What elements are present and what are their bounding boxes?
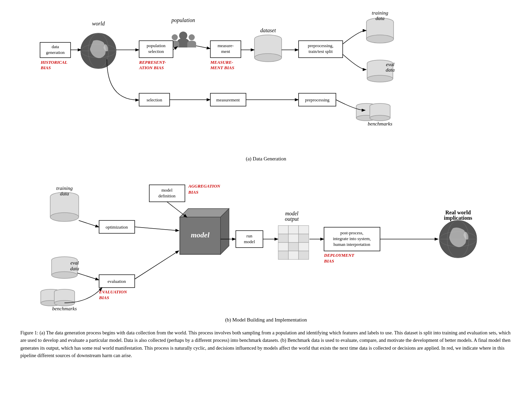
svg-rect-118: [278, 226, 288, 234]
svg-text:BIAS: BIAS: [324, 258, 334, 264]
svg-rect-125: [288, 242, 299, 251]
svg-text:model: model: [244, 239, 255, 244]
svg-text:selection: selection: [147, 97, 163, 102]
svg-text:ment: ment: [221, 49, 230, 54]
svg-text:implications: implications: [444, 215, 472, 221]
svg-line-144: [135, 227, 178, 231]
svg-text:human interpretation: human interpretation: [334, 242, 370, 247]
svg-text:eval: eval: [71, 260, 79, 266]
svg-text:data: data: [60, 191, 69, 196]
diagram-b: training data eval data: [20, 168, 512, 314]
svg-text:EVALUATION: EVALUATION: [99, 289, 127, 294]
svg-point-14: [189, 34, 195, 40]
svg-text:evaluation: evaluation: [108, 279, 126, 284]
svg-text:eval: eval: [386, 62, 395, 67]
svg-marker-105: [221, 209, 229, 254]
svg-text:model: model: [285, 211, 299, 216]
svg-text:benchmarks: benchmarks: [52, 306, 77, 311]
svg-rect-121: [278, 234, 288, 242]
svg-text:preprocessing: preprocessing: [305, 97, 330, 102]
svg-text:preprocessing,: preprocessing,: [308, 43, 333, 48]
svg-line-143: [79, 220, 98, 227]
svg-text:MENT BIAS: MENT BIAS: [210, 65, 234, 70]
svg-text:world: world: [92, 21, 105, 26]
svg-rect-123: [299, 234, 309, 242]
svg-rect-128: [288, 251, 299, 259]
svg-text:DEPLOYMENT: DEPLOYMENT: [324, 253, 355, 258]
svg-line-147: [135, 251, 178, 279]
svg-text:REPRESENT-: REPRESENT-: [139, 60, 166, 65]
svg-rect-129: [299, 251, 309, 259]
svg-text:BIAS: BIAS: [188, 190, 198, 195]
svg-point-94: [54, 300, 75, 306]
figure-container: world data generation HISTORICAL BIAS po…: [20, 10, 512, 359]
svg-point-75: [50, 213, 79, 221]
svg-point-13: [172, 34, 178, 40]
svg-text:data: data: [386, 67, 395, 73]
svg-line-145: [167, 202, 187, 217]
svg-text:benchmarks: benchmarks: [368, 121, 393, 126]
svg-rect-120: [299, 226, 309, 234]
svg-point-49: [367, 75, 393, 82]
svg-point-61: [370, 115, 390, 121]
svg-text:training: training: [372, 10, 388, 16]
svg-text:model: model: [191, 231, 210, 239]
svg-text:population: population: [171, 17, 195, 23]
svg-text:selection: selection: [148, 49, 164, 54]
svg-point-31: [254, 54, 282, 62]
svg-text:measurement: measurement: [216, 97, 240, 102]
svg-text:data: data: [376, 16, 385, 21]
svg-text:model: model: [162, 188, 173, 193]
svg-text:generation: generation: [46, 50, 65, 55]
svg-rect-126: [299, 242, 309, 251]
svg-text:integrate into system,: integrate into system,: [333, 236, 371, 241]
svg-text:definition: definition: [158, 193, 176, 198]
svg-text:train/test split: train/test split: [308, 49, 333, 54]
svg-line-28: [196, 46, 210, 48]
svg-rect-124: [278, 242, 288, 251]
svg-text:output: output: [285, 216, 299, 222]
svg-rect-122: [288, 234, 299, 242]
svg-text:ATION BIAS: ATION BIAS: [139, 65, 164, 70]
svg-text:Real world: Real world: [445, 210, 471, 215]
svg-text:data: data: [52, 44, 59, 49]
svg-text:BIAS: BIAS: [40, 65, 51, 70]
svg-text:measure-: measure-: [217, 43, 234, 48]
diagram-a: world data generation HISTORICAL BIAS po…: [20, 10, 512, 153]
svg-rect-127: [278, 251, 288, 259]
svg-text:population: population: [147, 43, 166, 48]
svg-text:optimization: optimization: [106, 225, 128, 230]
figure-caption: Figure 1: (a) The data generation proces…: [20, 329, 512, 359]
svg-text:run: run: [246, 233, 252, 238]
svg-point-82: [52, 272, 77, 278]
svg-rect-119: [288, 226, 299, 234]
svg-text:HISTORICAL: HISTORICAL: [40, 60, 68, 65]
svg-line-146: [77, 273, 98, 280]
svg-text:data: data: [70, 266, 79, 271]
svg-text:MEASURE-: MEASURE-: [210, 60, 233, 65]
svg-point-42: [366, 35, 394, 43]
svg-text:dataset: dataset: [260, 27, 276, 33]
caption-b: (b) Model Building and Implementation: [20, 317, 512, 323]
svg-text:training: training: [56, 186, 73, 191]
svg-text:AGGREGATION: AGGREGATION: [188, 183, 221, 189]
caption-a: (a) Data Generation: [20, 156, 512, 162]
svg-text:post-process,: post-process,: [340, 230, 363, 235]
svg-text:BIAS: BIAS: [99, 295, 109, 300]
